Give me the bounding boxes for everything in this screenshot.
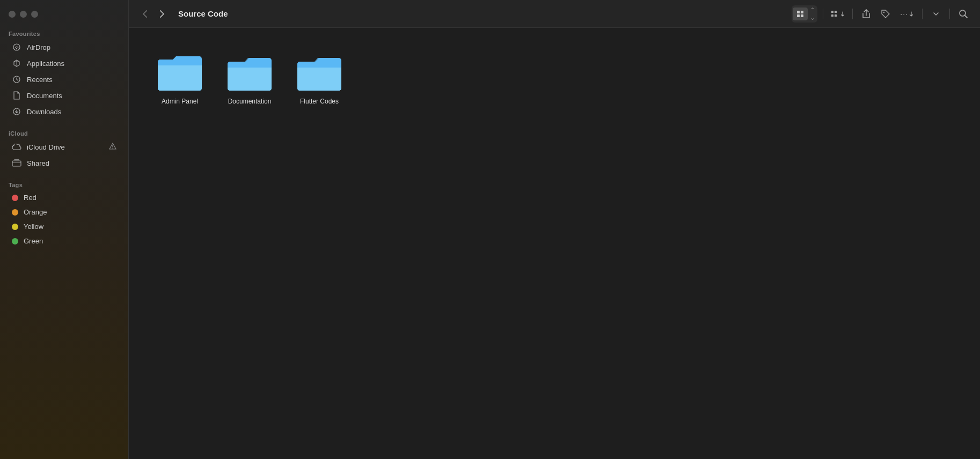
sidebar-item-label: iCloud Drive bbox=[27, 143, 65, 151]
sidebar-item-airdrop[interactable]: AirDrop bbox=[3, 40, 125, 55]
red-tag-dot bbox=[12, 195, 18, 201]
view-sort-chevrons: ⌃⌄ bbox=[809, 6, 816, 21]
svg-rect-7 bbox=[801, 11, 803, 13]
forward-button[interactable] bbox=[155, 6, 170, 21]
sidebar-item-label: AirDrop bbox=[27, 43, 50, 51]
airdrop-icon bbox=[12, 42, 21, 52]
sidebar-item-applications[interactable]: Applications bbox=[3, 56, 125, 71]
svg-rect-12 bbox=[831, 14, 833, 17]
grid-view-button[interactable] bbox=[793, 8, 808, 20]
recents-icon bbox=[12, 75, 21, 84]
icloud-icon bbox=[12, 142, 21, 152]
extras-dropdown[interactable] bbox=[928, 6, 944, 21]
sidebar-item-documents[interactable]: Documents bbox=[3, 88, 125, 103]
sidebar-item-label: Yellow bbox=[24, 223, 43, 231]
sidebar-item-icloud-drive[interactable]: iCloud Drive bbox=[3, 139, 125, 154]
sidebar-item-label: Green bbox=[24, 237, 43, 245]
sidebar-item-label: Documents bbox=[27, 92, 62, 100]
toolbar-divider-1 bbox=[823, 9, 823, 19]
folder-name: Documentation bbox=[228, 98, 272, 106]
sidebar-item-downloads[interactable]: Downloads bbox=[3, 104, 125, 119]
folder-flutter-codes[interactable]: Flutter Codes bbox=[290, 49, 349, 110]
toolbar-divider-4 bbox=[949, 9, 950, 19]
window-controls bbox=[0, 6, 128, 26]
sidebar-item-label: Recents bbox=[27, 76, 53, 84]
green-tag-dot bbox=[12, 238, 18, 245]
toolbar: Source Code ⌃⌄ bbox=[129, 0, 980, 28]
sidebar-item-recents[interactable]: Recents bbox=[3, 72, 125, 87]
svg-point-4 bbox=[112, 147, 113, 148]
back-button[interactable] bbox=[137, 6, 152, 21]
favourites-label: Favourites bbox=[0, 26, 128, 39]
maximize-button[interactable] bbox=[31, 11, 38, 18]
sidebar-item-label: Red bbox=[24, 194, 36, 202]
sidebar-item-red[interactable]: Red bbox=[3, 191, 125, 204]
sidebar-item-shared[interactable]: Shared bbox=[3, 156, 125, 171]
sidebar: Favourites AirDrop Applications bbox=[0, 0, 129, 459]
applications-icon bbox=[12, 58, 21, 68]
search-button[interactable] bbox=[955, 6, 971, 21]
toolbar-right: ⌃⌄ bbox=[792, 5, 971, 23]
share-button[interactable] bbox=[858, 6, 874, 21]
folder-admin-panel[interactable]: Admin Panel bbox=[150, 49, 209, 110]
sidebar-item-label: Applications bbox=[27, 60, 64, 68]
folder-icon-admin-panel bbox=[156, 54, 204, 93]
icloud-label: iCloud bbox=[0, 126, 128, 139]
minimize-button[interactable] bbox=[20, 11, 27, 18]
main-area: Source Code ⌃⌄ bbox=[129, 0, 980, 459]
yellow-tag-dot bbox=[12, 224, 18, 230]
documents-icon bbox=[12, 91, 21, 100]
sidebar-item-yellow[interactable]: Yellow bbox=[3, 220, 125, 233]
page-title: Source Code bbox=[178, 9, 787, 18]
toolbar-divider-3 bbox=[922, 9, 923, 19]
svg-rect-5 bbox=[12, 161, 21, 166]
close-button[interactable] bbox=[9, 11, 16, 18]
sidebar-item-orange[interactable]: Orange bbox=[3, 205, 125, 219]
folder-icon-flutter-codes bbox=[295, 54, 343, 93]
svg-rect-10 bbox=[831, 11, 833, 13]
sidebar-item-label: Downloads bbox=[27, 108, 61, 116]
orange-tag-dot bbox=[12, 209, 18, 216]
shared-icon bbox=[12, 158, 21, 168]
more-button[interactable]: ··· bbox=[897, 6, 917, 21]
sidebar-item-label: Orange bbox=[24, 208, 47, 216]
tags-label: Tags bbox=[0, 177, 128, 190]
downloads-icon bbox=[12, 107, 21, 116]
svg-rect-13 bbox=[835, 14, 837, 17]
svg-rect-9 bbox=[801, 14, 803, 17]
svg-rect-11 bbox=[835, 11, 837, 13]
nav-buttons bbox=[137, 6, 170, 21]
folder-name: Admin Panel bbox=[162, 98, 198, 106]
svg-rect-8 bbox=[797, 14, 800, 17]
toolbar-divider-2 bbox=[852, 9, 853, 19]
view-switcher: ⌃⌄ bbox=[792, 5, 817, 23]
sidebar-item-label: Shared bbox=[27, 159, 49, 167]
folder-name: Flutter Codes bbox=[300, 98, 339, 106]
folder-documentation[interactable]: Documentation bbox=[220, 49, 279, 110]
content-area: Admin Panel Documentation bbox=[129, 28, 980, 459]
warning-icon bbox=[109, 143, 116, 152]
sidebar-item-green[interactable]: Green bbox=[3, 234, 125, 248]
folder-icon-documentation bbox=[225, 54, 274, 93]
svg-point-1 bbox=[16, 48, 17, 49]
svg-point-14 bbox=[883, 11, 884, 12]
group-view-button[interactable] bbox=[829, 6, 847, 21]
tag-button[interactable] bbox=[877, 6, 894, 21]
svg-rect-6 bbox=[797, 11, 800, 13]
